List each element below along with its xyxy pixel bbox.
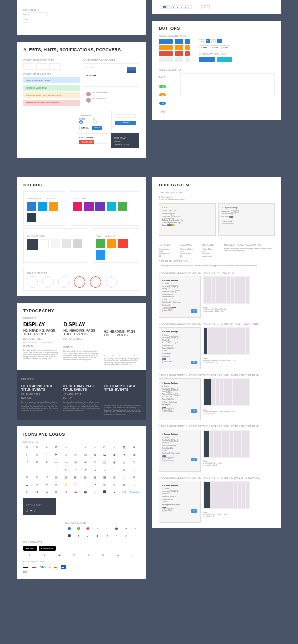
toggle-button[interactable]: B <box>206 39 210 43</box>
icon: — <box>52 460 60 465</box>
colored-icon: ↗ <box>103 526 111 531</box>
colored-icon: 🔴 <box>84 526 92 531</box>
select[interactable]: 10 ▾ <box>201 5 210 9</box>
swatch <box>49 202 58 211</box>
confirm-card: ARE YOU SURE? YES, DELETE <box>76 133 108 144</box>
tag-input[interactable] <box>180 73 275 96</box>
grid-preview <box>203 276 250 304</box>
icon: ⬈ <box>81 467 89 472</box>
radio[interactable]: ○ <box>23 21 24 24</box>
icon: ● <box>91 490 99 494</box>
brand-icon: t <box>38 553 51 557</box>
icon: ⊗ <box>81 460 89 465</box>
icon-button[interactable] <box>185 39 190 44</box>
icon: ◕ <box>72 490 80 494</box>
icon-button[interactable] <box>185 51 190 56</box>
icon: ⊖ <box>43 460 51 465</box>
icon: ◇ <box>130 467 139 472</box>
icon: ⊟ <box>33 475 41 480</box>
icon: ⟳ <box>101 445 109 450</box>
pagination[interactable]: ‹123456› <box>159 5 192 9</box>
toggle-button[interactable]: / <box>211 39 216 43</box>
icon: ⚙ <box>52 445 60 450</box>
button[interactable] <box>159 57 173 62</box>
toggle-button[interactable]: A <box>199 39 204 43</box>
ok-button[interactable]: OK <box>191 309 197 313</box>
button[interactable]: Make Default <box>162 308 174 312</box>
shape <box>74 276 85 288</box>
menu-item[interactable]: THREE IS CODE <box>114 144 136 146</box>
swatch <box>96 250 105 260</box>
tab[interactable]: Layer <box>169 210 172 212</box>
layout-panel: ⚙ Layout Settings ☑ Columns Total Width … <box>159 481 201 523</box>
icon: ☂ <box>43 482 51 487</box>
payment-logo: ▬▬ <box>32 565 36 568</box>
brand-icon: f <box>23 553 36 557</box>
pill-button[interactable]: ○ label <box>210 45 220 49</box>
button[interactable] <box>175 45 183 50</box>
tab[interactable]: Canvas <box>162 210 167 212</box>
radio[interactable] <box>79 120 83 124</box>
apply-button[interactable]: APPLY <box>92 126 102 130</box>
layout-panel: ⚙ Layout Settings ☑ Columns Total Width … <box>159 276 201 318</box>
icon-button[interactable] <box>185 57 190 62</box>
date-input[interactable] <box>28 12 48 16</box>
dropdown-button[interactable] <box>217 57 232 62</box>
button[interactable] <box>175 57 183 62</box>
tag[interactable]: Tag <box>159 85 166 88</box>
button[interactable] <box>159 51 173 56</box>
grid-settings-window: ⚙ Layout Settings Grid block size 20px T… <box>218 203 275 236</box>
icon: ← <box>43 467 51 472</box>
button[interactable] <box>175 39 183 44</box>
toggle-button[interactable]: = <box>217 39 221 43</box>
button[interactable]: BUTTON <box>115 121 136 125</box>
pill-button[interactable]: ○ text <box>221 45 230 49</box>
appstore-badge[interactable]: App Store <box>23 546 37 551</box>
icon: ⊚ <box>110 482 118 487</box>
label: MISC INPUTS <box>23 8 139 11</box>
tag[interactable]: Tag <box>159 93 166 96</box>
button[interactable] <box>159 45 173 50</box>
googleplay-badge[interactable]: ▸ Google Play <box>39 546 56 551</box>
tab[interactable]: Text <box>174 210 177 212</box>
payment-logo: ▬ <box>54 565 57 568</box>
menu-item[interactable]: IN FILE <box>114 140 136 143</box>
delete-button[interactable]: YES, DELETE <box>79 140 94 144</box>
button[interactable] <box>159 39 173 44</box>
icons-card: ICONS AND LOGOS ICONS 24PX ✉✎✂⚙⌂☰✕→⟳✓⬒⊞ … <box>17 426 146 579</box>
icon: ⊘ <box>91 460 99 465</box>
tag[interactable]: Tag <box>159 110 166 113</box>
icon: ⚑ <box>91 482 99 487</box>
icon: ⬚ <box>120 475 128 480</box>
tag[interactable]: Tag <box>159 102 166 105</box>
alert-warning: WARNING! SOMETHING HAS HAPPENED <box>23 92 80 98</box>
radio[interactable] <box>93 120 97 124</box>
colored-icon: ⬤ <box>113 526 120 531</box>
radio[interactable]: ○ <box>23 18 24 21</box>
icon: ◧ <box>110 452 118 457</box>
icon-button[interactable] <box>185 45 190 50</box>
dropdown-button[interactable] <box>199 57 215 62</box>
icon: ⬊ <box>91 467 99 472</box>
alert-error: ERROR! SOMETHING GOES WRONG <box>23 100 80 106</box>
icon: ⇅ <box>101 467 109 472</box>
icon: ⬔ <box>120 452 128 457</box>
pill-button[interactable]: ○ label <box>199 45 209 49</box>
button[interactable] <box>175 51 183 56</box>
icon: ■ <box>110 490 118 494</box>
payment-logo: ▬ <box>61 565 66 569</box>
swatch <box>84 202 94 211</box>
icon: ▩ <box>101 475 109 480</box>
cancel-button[interactable]: CANCEL <box>79 126 91 130</box>
payment-logo: ▬▬ <box>23 565 28 568</box>
menu-item[interactable]: POST TODAY <box>114 137 136 139</box>
icon: ▤ <box>52 475 60 480</box>
grid-card: GRID SYSTEM BEFORE YOU START 1. Read abo… <box>152 177 281 528</box>
icon: ⊕ <box>33 460 41 465</box>
brand-icon: ✉ <box>68 553 81 557</box>
button[interactable]: Make Default <box>222 220 235 224</box>
brand-icon: ⬨ <box>126 553 139 557</box>
typography-card: TYPOGRAPHY HEADINGS DISPLAY H1. HEADING.… <box>17 303 146 420</box>
icon: ↗ <box>72 467 80 472</box>
icon: ◐ <box>23 490 31 494</box>
